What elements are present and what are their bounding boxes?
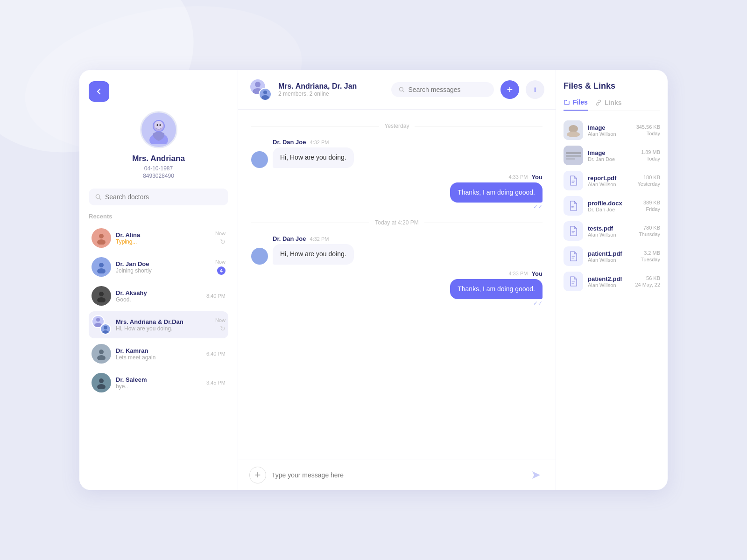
list-item[interactable]: Dr. Aksahy Good. 8:40 PM bbox=[89, 282, 228, 309]
file-size: 345.56 KB bbox=[636, 124, 660, 130]
last-message: bye.. bbox=[116, 383, 202, 390]
svg-point-20 bbox=[97, 384, 106, 389]
message-bubble: Hi, How are you doing. bbox=[273, 244, 354, 265]
file-size: 389 KB bbox=[643, 200, 660, 205]
file-item[interactable]: patient1.pdf Alan Willson 3.2 MB Tuesday bbox=[564, 246, 660, 266]
svg-point-6 bbox=[96, 195, 99, 198]
file-size: 180 KB bbox=[643, 175, 660, 180]
message-row: Dr. Dan Joe 4:32 PM Hi, How are you doin… bbox=[251, 139, 543, 168]
last-message: Lets meet again bbox=[116, 354, 202, 361]
date-divider: Yesterday bbox=[251, 123, 543, 129]
message-sender: You bbox=[531, 270, 543, 277]
chat-header: Mrs. Andriana, Dr. Jan 2 members, 2 onli… bbox=[238, 70, 556, 110]
avatar bbox=[140, 111, 177, 148]
svg-point-24 bbox=[261, 95, 269, 100]
svg-text:W: W bbox=[571, 206, 574, 209]
pdf-icon bbox=[568, 175, 579, 186]
file-thumbnail bbox=[564, 246, 583, 266]
message-bubble: Thanks, I am doing goood. bbox=[450, 182, 543, 203]
panel-title: Files & Links bbox=[564, 81, 660, 91]
last-message: Typing... bbox=[116, 238, 211, 245]
file-sender: Alan Willson bbox=[588, 131, 632, 137]
search-doctors-input[interactable] bbox=[105, 193, 222, 201]
back-button[interactable] bbox=[89, 81, 109, 102]
avatar bbox=[251, 248, 268, 265]
profile-section: Mrs. Andriana 04-10-1987 8493028490 bbox=[89, 111, 228, 179]
file-name: tests.pdf bbox=[588, 225, 634, 232]
profile-dob: 04-10-1987 bbox=[144, 165, 173, 172]
file-sender: Alan Willson bbox=[588, 182, 633, 187]
chat-input-bar: + bbox=[238, 460, 556, 490]
svg-rect-31 bbox=[566, 155, 581, 157]
file-date: Thursday bbox=[639, 231, 660, 237]
info-button[interactable]: i bbox=[526, 80, 544, 99]
last-message: Joining shortly bbox=[116, 267, 211, 274]
read-ticks: ✓✓ bbox=[450, 300, 543, 307]
file-item[interactable]: report.pdf Alan Willson 180 KB Yesterday bbox=[564, 171, 660, 190]
svg-point-4 bbox=[156, 124, 158, 126]
message-time: 8:40 PM bbox=[206, 293, 226, 299]
svg-point-9 bbox=[99, 263, 104, 267]
svg-point-8 bbox=[97, 239, 106, 245]
date-label: Today at 4:20 PM bbox=[375, 219, 418, 226]
message-row: Dr. Dan Joe 4:32 PM Hi, How are you doin… bbox=[251, 235, 543, 265]
svg-point-27 bbox=[569, 125, 578, 133]
tab-links[interactable]: Links bbox=[595, 98, 622, 111]
svg-point-7 bbox=[99, 234, 104, 238]
file-size: 1.89 MB bbox=[641, 149, 660, 155]
list-item[interactable]: Mrs. Andriana & Dr.Dan Hi, How are you d… bbox=[89, 311, 228, 338]
file-name: report.pdf bbox=[588, 175, 633, 182]
list-item[interactable]: Dr. Alina Typing... Now ↻ bbox=[89, 224, 228, 252]
message-search-input[interactable] bbox=[408, 86, 486, 93]
chat-header-avatar bbox=[249, 78, 272, 101]
file-sender: Dr. Jan Doe bbox=[588, 156, 636, 162]
svg-point-19 bbox=[99, 378, 104, 383]
attach-button[interactable]: + bbox=[249, 467, 266, 483]
file-size: 56 KB bbox=[646, 275, 660, 281]
contact-name: Dr. Alina bbox=[116, 231, 211, 238]
list-item[interactable]: Dr. Saleem bye.. 3:45 PM bbox=[89, 369, 228, 396]
profile-phone: 8493028490 bbox=[143, 173, 174, 179]
message-time: 4:33 PM bbox=[508, 271, 528, 276]
message-bubble: Hi, How are you doing. bbox=[273, 147, 354, 168]
message-bubble: Thanks, I am doing goood. bbox=[450, 279, 543, 300]
search-bar[interactable] bbox=[89, 189, 228, 205]
file-item[interactable]: Image Alan Willson 345.56 KB Today bbox=[564, 120, 660, 140]
contact-name: Dr. Aksahy bbox=[116, 289, 202, 296]
file-sender: Alan Willson bbox=[588, 257, 636, 263]
file-item[interactable]: Image Dr. Jan Doe 1.89 MB Today bbox=[564, 146, 660, 165]
list-item[interactable]: Dr. Kamran Lets meet again 6:40 PM bbox=[89, 340, 228, 367]
contact-name: Dr. Saleem bbox=[116, 376, 202, 383]
doc-icon: W bbox=[568, 200, 579, 211]
pdf-icon bbox=[568, 251, 579, 262]
file-size: 3.2 MB bbox=[644, 250, 660, 256]
message-time: 4:33 PM bbox=[508, 174, 528, 180]
message-row: 4:33 PM You Thanks, I am doing goood. ✓✓ bbox=[251, 174, 543, 210]
message-time: 3:45 PM bbox=[206, 380, 226, 385]
message-input[interactable] bbox=[272, 471, 522, 479]
file-item[interactable]: patient2.pdf Alan Willson 56 KB 24 May, … bbox=[564, 272, 660, 291]
file-name: patient2.pdf bbox=[588, 275, 630, 282]
list-item[interactable]: Dr. Jan Doe Joining shortly Now 4 bbox=[89, 253, 228, 280]
file-item[interactable]: tests.pdf Alan Willson 780 KB Thursday bbox=[564, 221, 660, 241]
folder-icon bbox=[564, 99, 570, 105]
contact-name: Dr. Kamran bbox=[116, 347, 202, 354]
svg-point-13 bbox=[96, 318, 100, 322]
message-time: 6:40 PM bbox=[206, 351, 226, 357]
file-thumbnail bbox=[564, 120, 583, 140]
svg-rect-30 bbox=[566, 152, 581, 154]
file-thumbnail bbox=[564, 146, 583, 165]
add-button[interactable]: + bbox=[500, 80, 519, 99]
read-ticks: ✓✓ bbox=[450, 203, 543, 210]
file-item[interactable]: W profile.docx Dr. Dan Joe 389 KB Friday bbox=[564, 196, 660, 216]
send-button[interactable] bbox=[528, 467, 544, 483]
file-size: 780 KB bbox=[643, 225, 660, 231]
app-container: Mrs. Andriana 04-10-1987 8493028490 Rece… bbox=[79, 70, 668, 490]
message-search-bar[interactable] bbox=[391, 82, 494, 97]
svg-point-10 bbox=[97, 268, 106, 273]
svg-rect-32 bbox=[566, 158, 575, 160]
link-icon bbox=[595, 99, 602, 106]
file-date: 24 May, 22 bbox=[635, 282, 660, 287]
right-panel: Files & Links Files Links bbox=[556, 70, 668, 490]
tab-files[interactable]: Files bbox=[564, 98, 588, 111]
